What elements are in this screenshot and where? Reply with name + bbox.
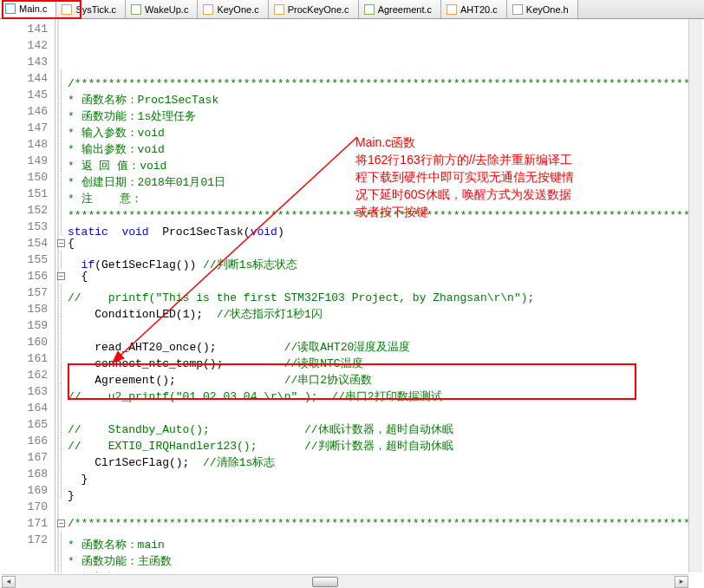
- tab-label: Agreement.c: [378, 4, 432, 15]
- code-line[interactable]: * 函数名称：main: [57, 532, 704, 548]
- line-number: 157: [0, 284, 48, 301]
- line-number: 143: [0, 54, 48, 70]
- line-number: 166: [0, 433, 48, 449]
- code-token: }: [68, 489, 75, 502]
- fold-line-icon: [57, 186, 65, 202]
- fold-line-icon: [57, 87, 65, 103]
- file-icon: [131, 4, 141, 15]
- line-number: 163: [0, 383, 48, 400]
- code-line[interactable]: Agreement(); //串口2协议函数: [57, 367, 704, 383]
- tab-keyone-h[interactable]: KeyOne.h: [507, 0, 578, 18]
- fold-line-icon: [57, 202, 65, 219]
- code-line[interactable]: // Standby_Auto(); //休眠计数器，超时自动休眠: [57, 416, 704, 433]
- line-number: 162: [0, 367, 48, 383]
- tab-wakeup-c[interactable]: WakeUp.c: [126, 0, 198, 18]
- code-line[interactable]: // u2_printf("01 02 03 04.\r\n" ); //串口2…: [57, 383, 704, 400]
- fold-toggle-icon[interactable]: [57, 519, 65, 527]
- tab-label: WakeUp.c: [145, 4, 188, 15]
- code-line[interactable]: * 创建日期：2018年01月01日: [57, 169, 704, 186]
- code-line[interactable]: * 输入参数：void: [57, 120, 704, 136]
- code-token: [108, 225, 122, 238]
- fold-line-icon: [57, 301, 65, 317]
- code-line[interactable]: * 函数功能：1s处理任务: [57, 103, 704, 120]
- fold-line-icon: [57, 565, 65, 572]
- line-number: 149: [0, 153, 48, 169]
- fold-toggle-icon[interactable]: [57, 272, 65, 280]
- fold-line-icon: [57, 136, 65, 153]
- line-number: 141: [0, 21, 48, 37]
- code-line[interactable]: * 输出参数：void: [57, 136, 704, 153]
- code-token: /***************************************…: [68, 517, 704, 530]
- file-icon: [364, 4, 375, 15]
- code-line[interactable]: * 输入参数：void: [57, 565, 704, 572]
- tab-aht20-c[interactable]: AHT20.c: [441, 0, 507, 18]
- tab-label: KeyOne.c: [217, 4, 258, 15]
- vertical-scrollbar[interactable]: [688, 19, 702, 572]
- editor: 1411421431441451461471481491501511521531…: [0, 19, 704, 572]
- fold-line-icon: [57, 433, 65, 449]
- horizontal-scrollbar[interactable]: ◄ ►: [2, 574, 688, 588]
- line-number: 154: [0, 235, 48, 252]
- code-line[interactable]: * 函数功能：主函数: [57, 548, 704, 565]
- fold-line-icon: [57, 169, 65, 186]
- tab-label: AHT20.c: [460, 4, 498, 15]
- line-number: 160: [0, 334, 48, 350]
- tab-agreement-c[interactable]: Agreement.c: [359, 0, 441, 18]
- file-icon: [203, 4, 213, 15]
- scroll-left-button[interactable]: ◄: [2, 576, 16, 588]
- line-number: 142: [0, 37, 48, 54]
- code-token: //清除1s标志: [203, 456, 275, 469]
- code-token: //判断1s标志状态: [203, 258, 297, 271]
- line-number: 146: [0, 103, 48, 120]
- line-number: 164: [0, 400, 48, 416]
- code-line[interactable]: // printf("This is the first STM32F103 P…: [57, 284, 704, 301]
- line-number: 167: [0, 449, 48, 466]
- tab-prockeyone-c[interactable]: ProcKeyOne.c: [269, 0, 359, 18]
- line-number: 145: [0, 87, 48, 103]
- code-line[interactable]: [57, 499, 704, 515]
- code-line[interactable]: }: [57, 482, 704, 499]
- line-number: 170: [0, 499, 48, 515]
- tab-label: Main.c: [19, 3, 47, 14]
- line-number: 151: [0, 186, 48, 202]
- code-token: // u2_printf("01 02 03 04.\r\n" ); //串口2…: [68, 390, 442, 403]
- fold-line-icon: [57, 120, 65, 136]
- file-icon: [5, 3, 16, 14]
- line-number: 153: [0, 219, 48, 235]
- line-number: 152: [0, 202, 48, 219]
- code-line[interactable]: if(Get1SecFlag()) //判断1s标志状态: [57, 252, 704, 268]
- line-number: 172: [0, 532, 48, 548]
- code-line[interactable]: read_AHT20_once(); //读取AHT20湿度及温度: [57, 334, 704, 350]
- fold-line-icon: [57, 548, 65, 565]
- code-area[interactable]: /***************************************…: [55, 19, 704, 572]
- line-number: 156: [0, 268, 48, 284]
- tab-keyone-c[interactable]: KeyOne.c: [198, 0, 268, 18]
- tab-main-c[interactable]: Main.c: [0, 0, 56, 18]
- code-token: void: [121, 225, 148, 238]
- tab-label: SysTick.c: [75, 4, 116, 15]
- line-number: 171: [0, 515, 48, 532]
- fold-toggle-icon[interactable]: [57, 239, 65, 247]
- fold-line-icon: [57, 153, 65, 169]
- fold-line-icon: [57, 416, 65, 433]
- file-icon: [274, 4, 284, 15]
- file-icon: [62, 4, 72, 15]
- code-line[interactable]: /***************************************…: [57, 515, 704, 532]
- code-line[interactable]: // EXTI0_IRQHandler123(); //判断计数器，超时自动休眠: [57, 433, 704, 449]
- scroll-right-button[interactable]: ►: [675, 576, 688, 588]
- file-icon: [512, 4, 523, 15]
- fold-line-icon: [57, 482, 65, 499]
- code-line[interactable]: /***************************************…: [57, 70, 704, 87]
- line-number: 169: [0, 482, 48, 499]
- line-number: 159: [0, 317, 48, 334]
- code-line[interactable]: * 返 回 值：void: [57, 153, 704, 169]
- scroll-track[interactable]: [16, 576, 675, 588]
- line-number: 155: [0, 252, 48, 268]
- code-line[interactable]: ****************************************…: [57, 202, 704, 219]
- code-token: {: [68, 270, 88, 283]
- scroll-thumb[interactable]: [312, 577, 338, 587]
- fold-line-icon: [57, 400, 65, 416]
- fold-line-icon: [57, 367, 65, 383]
- tab-systick-c[interactable]: SysTick.c: [56, 0, 126, 18]
- code-token: Proc1SecTask(: [149, 225, 251, 238]
